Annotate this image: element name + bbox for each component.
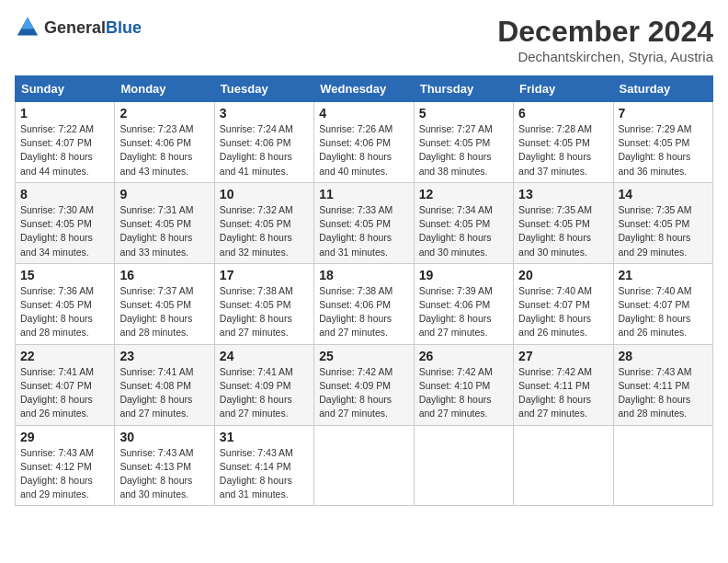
day-number: 11: [319, 187, 408, 201]
calendar-cell: 22 Sunrise: 7:41 AM Sunset: 4:07 PM Dayl…: [16, 344, 115, 425]
day-info: Sunrise: 7:42 AM Sunset: 4:11 PM Dayligh…: [518, 365, 608, 421]
calendar-cell: 10 Sunrise: 7:32 AM Sunset: 4:05 PM Dayl…: [214, 182, 313, 263]
calendar-cell: 18 Sunrise: 7:38 AM Sunset: 4:06 PM Dayl…: [314, 263, 414, 344]
day-number: 30: [119, 430, 209, 444]
logo-icon: [15, 15, 40, 40]
calendar-week-row: 1 Sunrise: 7:22 AM Sunset: 4:07 PM Dayli…: [16, 102, 713, 183]
day-number: 24: [220, 349, 309, 363]
calendar-cell: 3 Sunrise: 7:24 AM Sunset: 4:06 PM Dayli…: [214, 102, 313, 183]
calendar-cell: [514, 425, 613, 506]
day-info: Sunrise: 7:38 AM Sunset: 4:05 PM Dayligh…: [220, 284, 309, 340]
day-info: Sunrise: 7:35 AM Sunset: 4:05 PM Dayligh…: [619, 203, 708, 259]
calendar-week-row: 29 Sunrise: 7:43 AM Sunset: 4:12 PM Dayl…: [16, 425, 713, 506]
day-info: Sunrise: 7:40 AM Sunset: 4:07 PM Dayligh…: [518, 284, 608, 340]
calendar-cell: 17 Sunrise: 7:38 AM Sunset: 4:05 PM Dayl…: [214, 263, 313, 344]
day-info: Sunrise: 7:31 AM Sunset: 4:05 PM Dayligh…: [119, 203, 209, 259]
calendar-cell: 12 Sunrise: 7:34 AM Sunset: 4:05 PM Dayl…: [414, 182, 513, 263]
calendar-cell: 6 Sunrise: 7:28 AM Sunset: 4:05 PM Dayli…: [514, 102, 613, 183]
calendar-cell: [414, 425, 513, 506]
day-info: Sunrise: 7:42 AM Sunset: 4:10 PM Dayligh…: [419, 365, 508, 421]
calendar-week-row: 22 Sunrise: 7:41 AM Sunset: 4:07 PM Dayl…: [16, 344, 713, 425]
day-number: 3: [220, 106, 309, 121]
day-info: Sunrise: 7:43 AM Sunset: 4:12 PM Dayligh…: [20, 446, 109, 502]
day-info: Sunrise: 7:35 AM Sunset: 4:05 PM Dayligh…: [518, 203, 608, 259]
calendar-cell: 1 Sunrise: 7:22 AM Sunset: 4:07 PM Dayli…: [16, 102, 115, 183]
calendar-cell: 15 Sunrise: 7:36 AM Sunset: 4:05 PM Dayl…: [16, 263, 115, 344]
day-number: 7: [619, 106, 708, 121]
day-info: Sunrise: 7:32 AM Sunset: 4:05 PM Dayligh…: [220, 203, 309, 259]
calendar-cell: 28 Sunrise: 7:43 AM Sunset: 4:11 PM Dayl…: [613, 344, 712, 425]
calendar-cell: 25 Sunrise: 7:42 AM Sunset: 4:09 PM Dayl…: [314, 344, 414, 425]
location: Dechantskirchen, Styria, Austria: [497, 49, 713, 64]
day-number: 14: [619, 187, 708, 201]
day-info: Sunrise: 7:39 AM Sunset: 4:06 PM Dayligh…: [419, 284, 508, 340]
day-number: 8: [20, 187, 109, 201]
calendar-cell: 14 Sunrise: 7:35 AM Sunset: 4:05 PM Dayl…: [613, 182, 712, 263]
day-number: 4: [319, 106, 408, 121]
col-thursday: Thursday: [414, 76, 513, 102]
calendar-cell: 8 Sunrise: 7:30 AM Sunset: 4:05 PM Dayli…: [16, 182, 115, 263]
day-info: Sunrise: 7:24 AM Sunset: 4:06 PM Dayligh…: [220, 122, 309, 178]
day-number: 31: [220, 430, 309, 444]
day-number: 2: [119, 106, 209, 121]
day-info: Sunrise: 7:34 AM Sunset: 4:05 PM Dayligh…: [419, 203, 508, 259]
day-number: 16: [119, 268, 209, 282]
day-info: Sunrise: 7:37 AM Sunset: 4:05 PM Dayligh…: [119, 284, 209, 340]
calendar-cell: 5 Sunrise: 7:27 AM Sunset: 4:05 PM Dayli…: [414, 102, 513, 183]
day-info: Sunrise: 7:28 AM Sunset: 4:05 PM Dayligh…: [518, 122, 608, 178]
day-info: Sunrise: 7:29 AM Sunset: 4:05 PM Dayligh…: [619, 122, 708, 178]
day-number: 27: [518, 349, 608, 363]
day-number: 6: [518, 106, 608, 121]
day-number: 29: [20, 430, 109, 444]
calendar-header-row: Sunday Monday Tuesday Wednesday Thursday…: [16, 76, 713, 102]
day-number: 18: [319, 268, 408, 282]
page-header: GeneralBlue December 2024 Dechantskirche…: [15, 15, 713, 64]
day-number: 17: [220, 268, 309, 282]
calendar-cell: 30 Sunrise: 7:43 AM Sunset: 4:13 PM Dayl…: [115, 425, 214, 506]
day-info: Sunrise: 7:30 AM Sunset: 4:05 PM Dayligh…: [20, 203, 109, 259]
day-info: Sunrise: 7:41 AM Sunset: 4:09 PM Dayligh…: [220, 365, 309, 421]
day-number: 12: [419, 187, 508, 201]
calendar-cell: 23 Sunrise: 7:41 AM Sunset: 4:08 PM Dayl…: [115, 344, 214, 425]
calendar-cell: 16 Sunrise: 7:37 AM Sunset: 4:05 PM Dayl…: [115, 263, 214, 344]
day-info: Sunrise: 7:41 AM Sunset: 4:08 PM Dayligh…: [119, 365, 209, 421]
day-number: 23: [119, 349, 209, 363]
calendar-cell: 11 Sunrise: 7:33 AM Sunset: 4:05 PM Dayl…: [314, 182, 414, 263]
logo-general: General: [44, 18, 106, 37]
col-wednesday: Wednesday: [314, 76, 414, 102]
day-number: 1: [20, 106, 109, 121]
calendar-week-row: 15 Sunrise: 7:36 AM Sunset: 4:05 PM Dayl…: [16, 263, 713, 344]
calendar-cell: [314, 425, 414, 506]
calendar-cell: 2 Sunrise: 7:23 AM Sunset: 4:06 PM Dayli…: [115, 102, 214, 183]
day-number: 15: [20, 268, 109, 282]
day-info: Sunrise: 7:22 AM Sunset: 4:07 PM Dayligh…: [20, 122, 109, 178]
day-number: 21: [619, 268, 708, 282]
day-info: Sunrise: 7:38 AM Sunset: 4:06 PM Dayligh…: [319, 284, 408, 340]
day-info: Sunrise: 7:36 AM Sunset: 4:05 PM Dayligh…: [20, 284, 109, 340]
day-info: Sunrise: 7:26 AM Sunset: 4:06 PM Dayligh…: [319, 122, 408, 178]
logo: GeneralBlue: [15, 15, 142, 40]
day-info: Sunrise: 7:43 AM Sunset: 4:13 PM Dayligh…: [119, 446, 209, 502]
day-number: 13: [518, 187, 608, 201]
col-sunday: Sunday: [16, 76, 115, 102]
day-number: 26: [419, 349, 508, 363]
day-info: Sunrise: 7:33 AM Sunset: 4:05 PM Dayligh…: [319, 203, 408, 259]
calendar-cell: 4 Sunrise: 7:26 AM Sunset: 4:06 PM Dayli…: [314, 102, 414, 183]
calendar-cell: 20 Sunrise: 7:40 AM Sunset: 4:07 PM Dayl…: [514, 263, 613, 344]
calendar-cell: 27 Sunrise: 7:42 AM Sunset: 4:11 PM Dayl…: [514, 344, 613, 425]
calendar-cell: 7 Sunrise: 7:29 AM Sunset: 4:05 PM Dayli…: [613, 102, 712, 183]
calendar-cell: 31 Sunrise: 7:43 AM Sunset: 4:14 PM Dayl…: [214, 425, 313, 506]
title-block: December 2024 Dechantskirchen, Styria, A…: [497, 15, 713, 64]
calendar-cell: 21 Sunrise: 7:40 AM Sunset: 4:07 PM Dayl…: [613, 263, 712, 344]
day-number: 22: [20, 349, 109, 363]
logo-text: GeneralBlue: [44, 18, 142, 38]
day-info: Sunrise: 7:42 AM Sunset: 4:09 PM Dayligh…: [319, 365, 408, 421]
calendar-cell: [613, 425, 712, 506]
day-number: 25: [319, 349, 408, 363]
day-number: 20: [518, 268, 608, 282]
calendar-week-row: 8 Sunrise: 7:30 AM Sunset: 4:05 PM Dayli…: [16, 182, 713, 263]
day-number: 28: [619, 349, 708, 363]
day-info: Sunrise: 7:40 AM Sunset: 4:07 PM Dayligh…: [619, 284, 708, 340]
svg-marker-1: [21, 17, 34, 29]
col-friday: Friday: [514, 76, 613, 102]
